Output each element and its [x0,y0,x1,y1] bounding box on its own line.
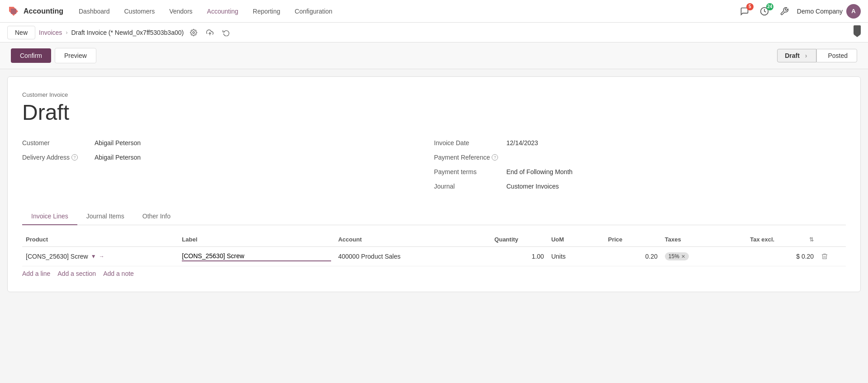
journal-row: Journal Customer Invoices [434,183,846,190]
settings-button[interactable] [777,4,792,19]
delivery-address-label: Delivery Address ? [22,154,95,161]
app-logo[interactable]: Accounting [7,5,63,18]
product-dropdown-icon[interactable]: ▼ [91,253,96,260]
company-selector[interactable]: Demo Company A [797,4,861,19]
delete-row-button[interactable] [821,253,842,260]
bookmark-icon [854,25,861,38]
nav-configuration[interactable]: Configuration [289,4,339,19]
preview-button[interactable]: Preview [55,48,96,63]
th-tax-excl: Tax excl. ⇅ [746,232,817,247]
discard-icon [223,29,230,36]
invoice-date-label: Invoice Date [434,139,507,147]
form-left-column: Customer Abigail Peterson Delivery Addre… [22,139,434,197]
clock-badge: 24 [766,3,773,10]
journal-value[interactable]: Customer Invoices [507,183,559,190]
invoice-status-heading: Draft [22,100,846,125]
user-avatar: A [846,4,861,19]
clock-notifications-button[interactable]: 24 [757,4,772,19]
row-taxes-cell: 15% ✕ [661,247,746,266]
row-label-cell[interactable] [178,247,334,266]
invoice-form: Customer Invoice Draft Customer Abigail … [7,76,861,292]
invoice-tabs: Invoice Lines Journal Items Other Info [22,208,846,225]
svg-marker-4 [854,34,861,37]
status-posted[interactable]: Posted [816,49,857,62]
invoice-form-grid: Customer Abigail Peterson Delivery Addre… [22,139,846,197]
row-uom-cell[interactable]: Units [548,247,605,266]
chat-notifications-button[interactable]: 5 [737,4,752,19]
tax-badge-value: 15% [669,253,679,260]
row-delete-cell [817,247,846,266]
trash-icon [821,253,828,260]
tax-remove-button[interactable]: ✕ [681,254,685,260]
th-price: Price [604,232,661,247]
add-section-link[interactable]: Add a section [57,270,96,277]
top-navigation: Accounting Dashboard Customers Vendors A… [0,0,868,23]
row-tax-excl-text: $ 0.20 [796,253,814,260]
nav-customers[interactable]: Customers [118,4,161,19]
nav-accounting[interactable]: Accounting [201,4,245,19]
tab-invoice-lines[interactable]: Invoice Lines [22,208,77,225]
row-account-cell[interactable]: 400000 Product Sales [335,247,491,266]
column-sort-icon[interactable]: ⇅ [809,236,814,243]
row-price-text[interactable]: 0.20 [645,253,658,260]
invoice-date-value[interactable]: 12/14/2023 [507,139,538,147]
add-note-link[interactable]: Add a note [103,270,134,277]
chat-badge: 5 [746,3,754,10]
row-quantity-cell[interactable]: 1.00 [491,247,548,266]
nav-vendors[interactable]: Vendors [163,4,199,19]
nav-right-section: 5 24 Demo Company A [737,4,861,19]
breadcrumb-invoices-link[interactable]: Invoices [39,29,62,36]
breadcrumb-current: Draft Invoice (* NewId_0x7ff5303b3a00) [71,29,184,36]
status-arrow-icon: › [805,52,807,59]
nav-reporting[interactable]: Reporting [247,4,287,19]
upload-icon [206,29,213,36]
breadcrumb-toolbar: New Invoices › Draft Invoice (* NewId_0x… [0,23,868,43]
customer-label: Customer [22,139,95,147]
gear-icon [190,29,197,36]
discard-button[interactable] [220,26,232,39]
nav-dashboard[interactable]: Dashboard [72,4,116,19]
new-button[interactable]: New [7,26,35,39]
bookmark-button[interactable] [854,25,861,39]
tax-badge: 15% ✕ [665,252,689,260]
add-line-link[interactable]: Add a line [22,270,50,277]
row-uom-text[interactable]: Units [551,253,566,260]
table-row: [CONS_25630] Screw ▼ → 400000 Product Sa… [22,247,846,266]
row-tax-excl-cell: $ 0.20 [746,247,817,266]
row-price-cell[interactable]: 0.20 [604,247,661,266]
form-right-column: Invoice Date 12/14/2023 Payment Referenc… [434,139,846,197]
payment-terms-row: Payment terms End of Following Month [434,168,846,175]
row-label-input[interactable] [182,251,331,261]
action-bar: Confirm Preview Draft › Posted [0,43,868,69]
row-product-text[interactable]: [CONS_25630] Screw [26,253,88,260]
logo-icon [7,5,20,18]
svg-point-1 [193,32,194,33]
journal-label: Journal [434,183,507,190]
row-product-cell: [CONS_25630] Screw ▼ → [22,247,178,266]
row-quantity-text[interactable]: 1.00 [531,253,544,260]
th-quantity: Quantity [491,232,548,247]
product-external-link-icon[interactable]: → [99,253,104,260]
delivery-address-help-icon[interactable]: ? [71,154,78,161]
th-taxes: Taxes [661,232,746,247]
payment-reference-label: Payment Reference ? [434,154,507,161]
upload-button[interactable] [204,26,216,39]
wrench-icon [780,7,789,16]
payment-terms-label: Payment terms [434,168,507,175]
app-name: Accounting [24,7,63,15]
delivery-address-value[interactable]: Abigail Peterson [95,154,141,161]
th-product: Product [22,232,178,247]
th-label: Label [178,232,334,247]
payment-reference-help-icon[interactable]: ? [492,154,498,161]
payment-reference-row: Payment Reference ? [434,154,846,161]
confirm-button[interactable]: Confirm [11,48,51,63]
settings-gear-button[interactable] [187,26,200,39]
tab-journal-items[interactable]: Journal Items [77,208,133,225]
status-draft[interactable]: Draft › [777,49,816,62]
payment-terms-value[interactable]: End of Following Month [507,168,573,175]
customer-value[interactable]: Abigail Peterson [95,139,141,147]
svg-rect-3 [854,25,861,34]
tab-other-info[interactable]: Other Info [133,208,180,225]
row-account-text[interactable]: 400000 Product Sales [338,253,401,260]
th-account: Account [335,232,491,247]
